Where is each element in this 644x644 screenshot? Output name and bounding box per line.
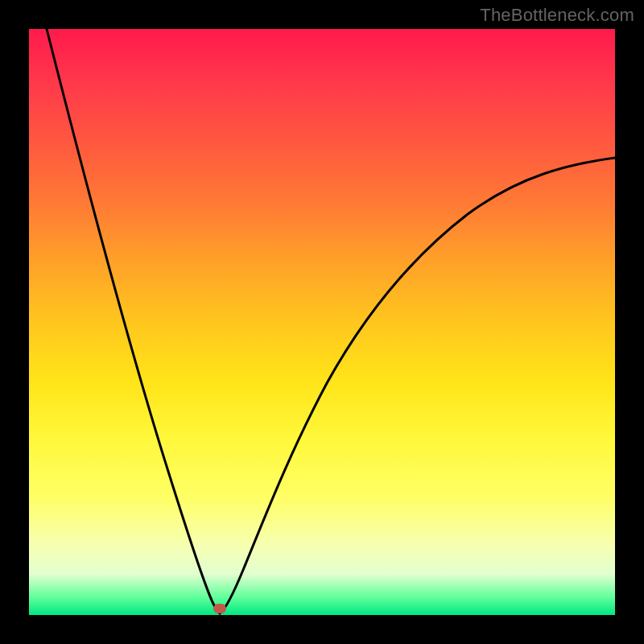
watermark-text: TheBottleneck.com — [480, 5, 634, 26]
plot-area — [29, 29, 615, 615]
chart-frame: TheBottleneck.com — [0, 0, 644, 644]
curve-right-branch — [220, 158, 615, 613]
minimum-marker — [213, 604, 226, 613]
bottleneck-curve — [29, 29, 615, 615]
curve-left-branch — [47, 29, 220, 613]
